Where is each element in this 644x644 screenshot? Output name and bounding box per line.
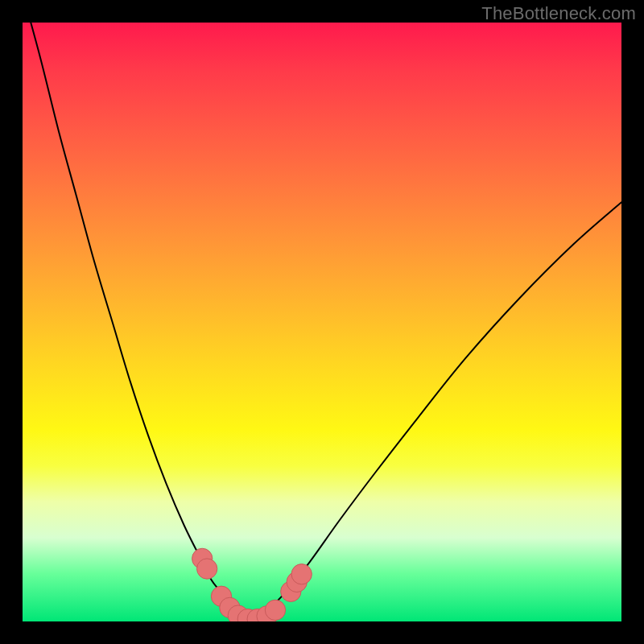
chart-frame: TheBottleneck.com — [0, 0, 644, 644]
plot-area — [23, 23, 621, 621]
bottleneck-curve-left — [23, 23, 248, 621]
watermark-text: TheBottleneck.com — [481, 3, 636, 24]
curve-svg — [23, 23, 621, 621]
bottleneck-curve-right — [248, 202, 621, 620]
curve-marker — [291, 564, 312, 584]
curve-markers — [192, 548, 312, 621]
curve-marker — [197, 559, 217, 579]
curve-marker — [265, 600, 285, 620]
